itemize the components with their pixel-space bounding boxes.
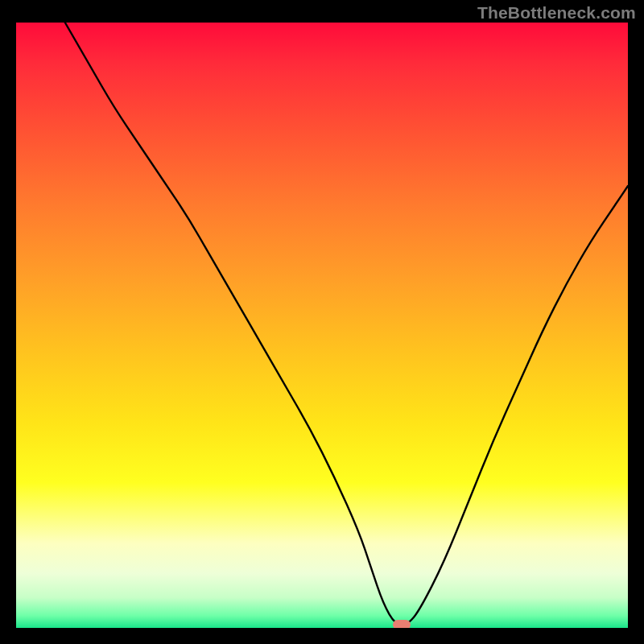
chart-frame: TheBottleneck.com	[0, 0, 644, 644]
plot-area	[16, 23, 628, 628]
minimum-marker	[393, 620, 411, 628]
bottleneck-curve	[16, 23, 628, 628]
watermark-text: TheBottleneck.com	[477, 3, 636, 23]
